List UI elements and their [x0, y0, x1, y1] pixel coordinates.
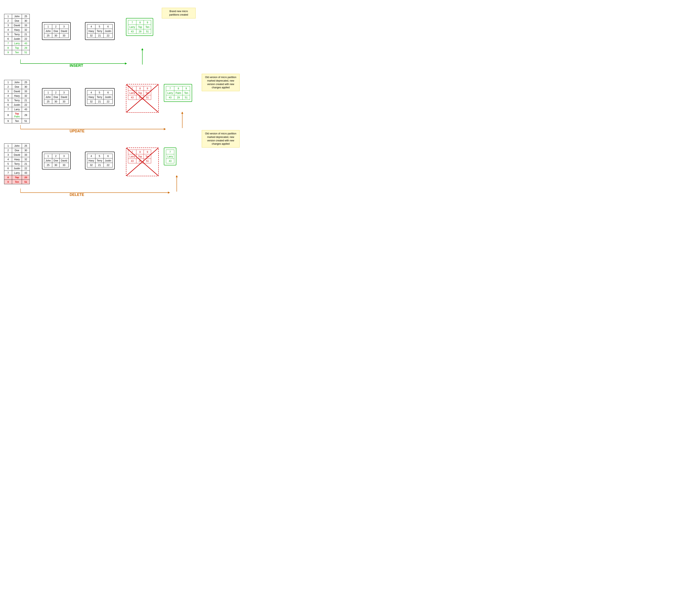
insert-bracket: [20, 59, 43, 65]
svg-marker-9: [181, 112, 183, 114]
mp3-delete-new: 7 Larry 43: [164, 147, 176, 165]
mp2-update: 456 HavyTerryJustin 322122: [85, 88, 115, 106]
update-arrow-up: [179, 112, 185, 128]
mp3-insert-new: 789 LarryTopTen 432951: [126, 18, 153, 36]
mp2-insert: 456 HavyTerryJustin 322122: [85, 22, 115, 40]
delete-bracket: [20, 189, 43, 194]
mp3-update-new: 789 LarryPalmTen 432951: [164, 84, 192, 102]
delete-arrow-up: [174, 175, 180, 192]
old-version-sticky-2: Old version of micro partition marked de…: [202, 130, 240, 147]
svg-marker-13: [168, 192, 170, 194]
update-bracket: [20, 125, 43, 130]
svg-marker-15: [176, 175, 178, 177]
svg-marker-3: [141, 48, 143, 50]
main-table-insert: 1John25 2Doe30 3David33 4Havy32 5Terry21…: [4, 14, 30, 55]
mp3-update-deprecated: 789 LarryTopTen 432951: [126, 84, 159, 113]
mp2-delete: 456 HavyTerryJustin 322122: [85, 152, 115, 169]
mp1-insert: 123 JohnDoeDavid 253033: [42, 22, 71, 40]
mp1-update: 123 JohnDoeDavid 253033: [42, 88, 71, 106]
main-table-delete: 1John25 2Doe30 3David33 4Havy32 5Terry21…: [4, 143, 30, 184]
mp3-delete-deprecated: 789 LarryTopTen 432951: [126, 147, 159, 176]
main-table-update: 1John25 2Doe30 3David33 4Havy32 5Terry21…: [4, 80, 30, 123]
diagram-container: 1John25 2Doe30 3David33 4Havy32 5Terry21…: [0, 0, 240, 201]
mp1-delete: 123 JohnDoeDavid 253033: [42, 152, 71, 169]
svg-marker-1: [125, 63, 127, 65]
insert-arrow-up: [139, 48, 145, 65]
old-version-sticky-1: Old version of micro partition marked de…: [202, 74, 240, 91]
brand-new-sticky: Brand new micro partitions created: [162, 8, 196, 19]
svg-marker-7: [164, 128, 166, 130]
